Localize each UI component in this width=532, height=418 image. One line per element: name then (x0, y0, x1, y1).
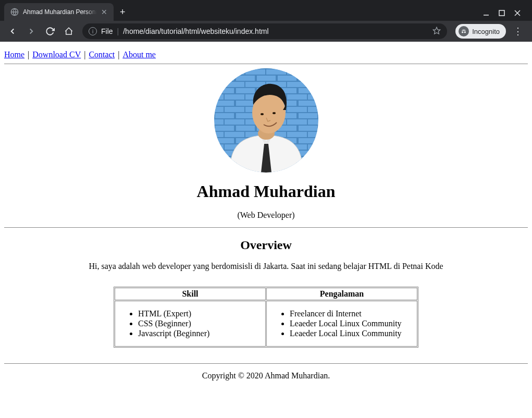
profile-name: Ahmad Muhardian (4, 182, 528, 201)
nav-link-about-me[interactable]: About me (122, 50, 156, 59)
profile-section: Ahmad Muhardian (Web Developer) (4, 68, 528, 220)
overview-text: Hi, saya adalah web developer yang berdo… (4, 262, 528, 271)
star-icon[interactable] (432, 27, 441, 36)
divider (4, 64, 528, 64)
nav-separator: | (81, 50, 89, 59)
avatar (214, 68, 318, 173)
menu-icon[interactable]: ⋮ (508, 26, 528, 37)
window-controls (483, 9, 528, 21)
incognito-badge[interactable]: Incognito (455, 24, 506, 39)
svg-marker-5 (434, 27, 440, 34)
table-header-experience: Pengalaman (266, 288, 417, 300)
list-item: CSS (Beginner) (138, 319, 260, 328)
list-item: HTML (Expert) (138, 309, 260, 318)
url-scheme: File (101, 27, 113, 35)
page-nav: Home | Download CV | Contact | About me (4, 50, 528, 59)
back-button[interactable] (4, 23, 21, 40)
list-item: Javascript (Beginner) (138, 329, 260, 338)
profile-role: (Web Developer) (4, 211, 528, 220)
nav-separator: | (24, 50, 32, 59)
divider (4, 363, 528, 364)
svg-point-7 (464, 31, 466, 33)
close-icon[interactable]: ✕ (101, 8, 107, 16)
browser-toolbar: i File | /home/dian/tutorial/html/websit… (0, 21, 532, 42)
info-icon[interactable]: i (89, 27, 97, 35)
tab-title: Ahmad Muhardian Personal W (23, 8, 97, 16)
incognito-icon (459, 26, 469, 36)
incognito-label: Incognito (472, 28, 500, 35)
footer-copyright: Copyright © 2020 Ahmad Muhardian. (4, 371, 528, 380)
nav-link-download-cv[interactable]: Download CV (32, 50, 81, 59)
window-close-icon[interactable] (514, 9, 521, 18)
maximize-icon[interactable] (499, 9, 505, 18)
overview-heading: Overview (4, 238, 528, 252)
svg-rect-2 (499, 10, 504, 16)
new-tab-button[interactable]: + (114, 3, 132, 21)
svg-point-19 (273, 112, 276, 114)
nav-separator: | (115, 50, 122, 59)
table-cell-skills: HTML (Expert) CSS (Beginner) Javascript … (115, 301, 266, 347)
svg-point-6 (462, 31, 464, 33)
browser-window: Ahmad Muhardian Personal W ✕ + (0, 0, 532, 418)
list-item: Leaeder Local Linux Community (290, 319, 412, 328)
list-item: Freelancer di Internet (290, 309, 412, 318)
tab-bar: Ahmad Muhardian Personal W ✕ + (0, 0, 532, 21)
forward-button[interactable] (23, 23, 40, 40)
browser-tab[interactable]: Ahmad Muhardian Personal W ✕ (4, 3, 114, 21)
page-content: Home | Download CV | Contact | About me (0, 42, 532, 418)
nav-link-contact[interactable]: Contact (89, 50, 115, 59)
reload-button[interactable] (42, 23, 58, 40)
minimize-icon[interactable] (483, 9, 489, 18)
home-button[interactable] (60, 23, 77, 40)
url-bar[interactable]: i File | /home/dian/tutorial/html/websit… (82, 23, 447, 39)
skills-table: Skill Pengalaman HTML (Expert) CSS (Begi… (114, 287, 418, 348)
nav-link-home[interactable]: Home (4, 50, 24, 59)
table-header-skill: Skill (115, 288, 266, 300)
divider (4, 227, 528, 228)
url-path: /home/dian/tutorial/html/websiteku/index… (123, 27, 268, 35)
svg-point-18 (261, 113, 264, 115)
list-item: Leaeder Local Linux Community (290, 329, 412, 338)
table-cell-experience: Freelancer di Internet Leaeder Local Lin… (266, 301, 417, 347)
url-separator: | (117, 27, 119, 35)
globe-icon (10, 8, 19, 16)
